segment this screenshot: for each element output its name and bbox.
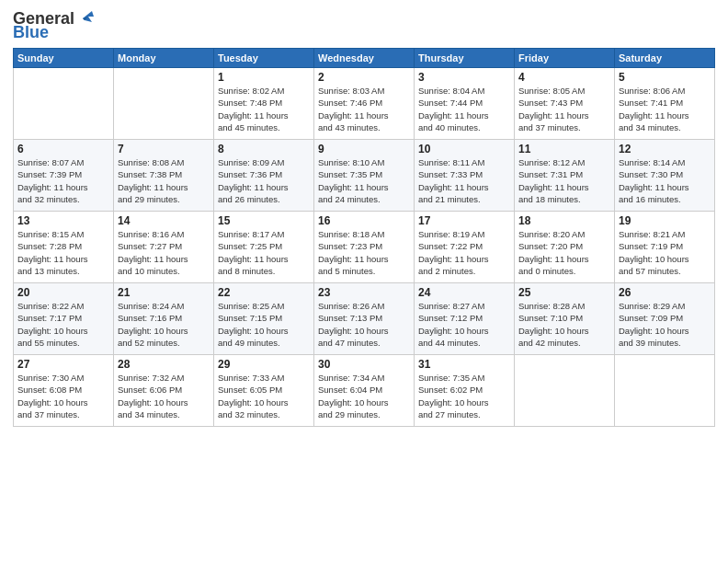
day-info: Sunrise: 7:30 AMSunset: 6:08 PMDaylight:… <box>17 372 109 420</box>
week-row-2: 6Sunrise: 8:07 AMSunset: 7:39 PMDaylight… <box>14 140 715 212</box>
day-info: Sunrise: 8:28 AMSunset: 7:10 PMDaylight:… <box>518 300 610 349</box>
calendar-cell: 24Sunrise: 8:27 AMSunset: 7:12 PMDayligh… <box>415 283 515 355</box>
day-number: 15 <box>218 214 310 227</box>
calendar-cell: 22Sunrise: 8:25 AMSunset: 7:15 PMDayligh… <box>214 283 314 355</box>
calendar-cell: 12Sunrise: 8:14 AMSunset: 7:30 PMDayligh… <box>615 140 715 212</box>
day-info: Sunrise: 8:22 AMSunset: 7:17 PMDaylight:… <box>17 300 109 349</box>
day-number: 14 <box>118 214 210 227</box>
calendar-cell <box>515 355 615 427</box>
day-info: Sunrise: 8:11 AMSunset: 7:33 PMDaylight:… <box>418 156 510 205</box>
calendar-cell: 23Sunrise: 8:26 AMSunset: 7:13 PMDayligh… <box>314 283 415 355</box>
day-number: 4 <box>518 71 610 84</box>
day-info: Sunrise: 8:09 AMSunset: 7:36 PMDaylight:… <box>218 156 310 205</box>
calendar-cell: 6Sunrise: 8:07 AMSunset: 7:39 PMDaylight… <box>14 140 114 212</box>
day-info: Sunrise: 8:12 AMSunset: 7:31 PMDaylight:… <box>518 156 610 205</box>
day-number: 11 <box>518 143 610 155</box>
calendar-cell: 14Sunrise: 8:16 AMSunset: 7:27 PMDayligh… <box>114 212 214 283</box>
day-number: 22 <box>218 286 310 299</box>
calendar-cell: 29Sunrise: 7:33 AMSunset: 6:05 PMDayligh… <box>214 355 314 427</box>
day-info: Sunrise: 8:05 AMSunset: 7:43 PMDaylight:… <box>518 85 610 133</box>
calendar-cell: 19Sunrise: 8:21 AMSunset: 7:19 PMDayligh… <box>615 212 715 283</box>
calendar-cell: 27Sunrise: 7:30 AMSunset: 6:08 PMDayligh… <box>14 355 114 427</box>
week-row-3: 13Sunrise: 8:15 AMSunset: 7:28 PMDayligh… <box>14 212 715 283</box>
weekday-header-thursday: Thursday <box>415 49 515 68</box>
day-number: 2 <box>318 71 410 84</box>
calendar-cell: 7Sunrise: 8:08 AMSunset: 7:38 PMDaylight… <box>114 140 214 212</box>
day-number: 19 <box>619 214 711 227</box>
calendar-cell: 2Sunrise: 8:03 AMSunset: 7:46 PMDaylight… <box>314 68 415 140</box>
day-info: Sunrise: 7:32 AMSunset: 6:06 PMDaylight:… <box>118 372 210 420</box>
day-number: 24 <box>418 286 510 299</box>
day-number: 30 <box>318 358 410 371</box>
calendar-cell: 10Sunrise: 8:11 AMSunset: 7:33 PMDayligh… <box>415 140 515 212</box>
calendar-cell: 21Sunrise: 8:24 AMSunset: 7:16 PMDayligh… <box>114 283 214 355</box>
day-number: 29 <box>218 358 310 371</box>
day-info: Sunrise: 8:14 AMSunset: 7:30 PMDaylight:… <box>619 156 711 205</box>
calendar-cell: 5Sunrise: 8:06 AMSunset: 7:41 PMDaylight… <box>615 68 715 140</box>
day-info: Sunrise: 8:06 AMSunset: 7:41 PMDaylight:… <box>619 85 711 133</box>
weekday-header-saturday: Saturday <box>615 49 715 68</box>
day-number: 20 <box>17 286 109 299</box>
logo-bird-icon <box>75 7 96 28</box>
calendar-cell: 25Sunrise: 8:28 AMSunset: 7:10 PMDayligh… <box>515 283 615 355</box>
day-number: 3 <box>418 71 510 84</box>
calendar-cell: 3Sunrise: 8:04 AMSunset: 7:44 PMDaylight… <box>415 68 515 140</box>
logo-text-blue: Blue <box>13 24 49 40</box>
weekday-header-tuesday: Tuesday <box>214 49 314 68</box>
day-info: Sunrise: 7:33 AMSunset: 6:05 PMDaylight:… <box>218 372 310 420</box>
week-row-4: 20Sunrise: 8:22 AMSunset: 7:17 PMDayligh… <box>14 283 715 355</box>
day-info: Sunrise: 8:04 AMSunset: 7:44 PMDaylight:… <box>418 85 510 133</box>
week-row-5: 27Sunrise: 7:30 AMSunset: 6:08 PMDayligh… <box>14 355 715 427</box>
calendar-cell <box>615 355 715 427</box>
calendar-cell: 30Sunrise: 7:34 AMSunset: 6:04 PMDayligh… <box>314 355 415 427</box>
day-number: 25 <box>518 286 610 299</box>
day-number: 28 <box>118 358 210 371</box>
day-info: Sunrise: 8:07 AMSunset: 7:39 PMDaylight:… <box>17 156 109 205</box>
week-row-1: 1Sunrise: 8:02 AMSunset: 7:48 PMDaylight… <box>14 68 715 140</box>
day-number: 12 <box>619 143 711 155</box>
day-number: 16 <box>318 214 410 227</box>
calendar-cell: 4Sunrise: 8:05 AMSunset: 7:43 PMDaylight… <box>515 68 615 140</box>
day-number: 7 <box>118 143 210 155</box>
day-info: Sunrise: 8:16 AMSunset: 7:27 PMDaylight:… <box>118 228 210 277</box>
day-info: Sunrise: 8:24 AMSunset: 7:16 PMDaylight:… <box>118 300 210 349</box>
calendar-cell: 28Sunrise: 7:32 AMSunset: 6:06 PMDayligh… <box>114 355 214 427</box>
calendar-cell: 1Sunrise: 8:02 AMSunset: 7:48 PMDaylight… <box>214 68 314 140</box>
header: General Blue <box>13 9 715 40</box>
day-info: Sunrise: 7:35 AMSunset: 6:02 PMDaylight:… <box>418 372 510 420</box>
day-info: Sunrise: 8:21 AMSunset: 7:19 PMDaylight:… <box>619 228 711 277</box>
day-number: 27 <box>17 358 109 371</box>
day-info: Sunrise: 8:02 AMSunset: 7:48 PMDaylight:… <box>218 85 310 133</box>
day-info: Sunrise: 8:26 AMSunset: 7:13 PMDaylight:… <box>318 300 410 349</box>
day-number: 21 <box>118 286 210 299</box>
day-info: Sunrise: 8:10 AMSunset: 7:35 PMDaylight:… <box>318 156 410 205</box>
day-info: Sunrise: 8:29 AMSunset: 7:09 PMDaylight:… <box>619 300 711 349</box>
day-info: Sunrise: 8:19 AMSunset: 7:22 PMDaylight:… <box>418 228 510 277</box>
day-info: Sunrise: 8:18 AMSunset: 7:23 PMDaylight:… <box>318 228 410 277</box>
calendar-cell: 17Sunrise: 8:19 AMSunset: 7:22 PMDayligh… <box>415 212 515 283</box>
calendar-cell: 18Sunrise: 8:20 AMSunset: 7:20 PMDayligh… <box>515 212 615 283</box>
day-info: Sunrise: 8:03 AMSunset: 7:46 PMDaylight:… <box>318 85 410 133</box>
day-info: Sunrise: 8:25 AMSunset: 7:15 PMDaylight:… <box>218 300 310 349</box>
day-number: 6 <box>17 143 109 155</box>
calendar-cell: 31Sunrise: 7:35 AMSunset: 6:02 PMDayligh… <box>415 355 515 427</box>
day-number: 10 <box>418 143 510 155</box>
day-number: 5 <box>619 71 711 84</box>
day-number: 31 <box>418 358 510 371</box>
day-number: 18 <box>518 214 610 227</box>
day-number: 1 <box>218 71 310 84</box>
calendar-cell <box>14 68 114 140</box>
weekday-header-wednesday: Wednesday <box>314 49 415 68</box>
calendar-page: General Blue SundayMondayTuesdayWednesda… <box>0 0 728 563</box>
day-info: Sunrise: 8:20 AMSunset: 7:20 PMDaylight:… <box>518 228 610 277</box>
day-number: 8 <box>218 143 310 155</box>
calendar-cell: 11Sunrise: 8:12 AMSunset: 7:31 PMDayligh… <box>515 140 615 212</box>
day-number: 9 <box>318 143 410 155</box>
day-number: 23 <box>318 286 410 299</box>
logo: General Blue <box>13 9 96 40</box>
weekday-header-monday: Monday <box>114 49 214 68</box>
day-number: 26 <box>619 286 711 299</box>
calendar-cell: 13Sunrise: 8:15 AMSunset: 7:28 PMDayligh… <box>14 212 114 283</box>
calendar-cell <box>114 68 214 140</box>
calendar-cell: 8Sunrise: 8:09 AMSunset: 7:36 PMDaylight… <box>214 140 314 212</box>
